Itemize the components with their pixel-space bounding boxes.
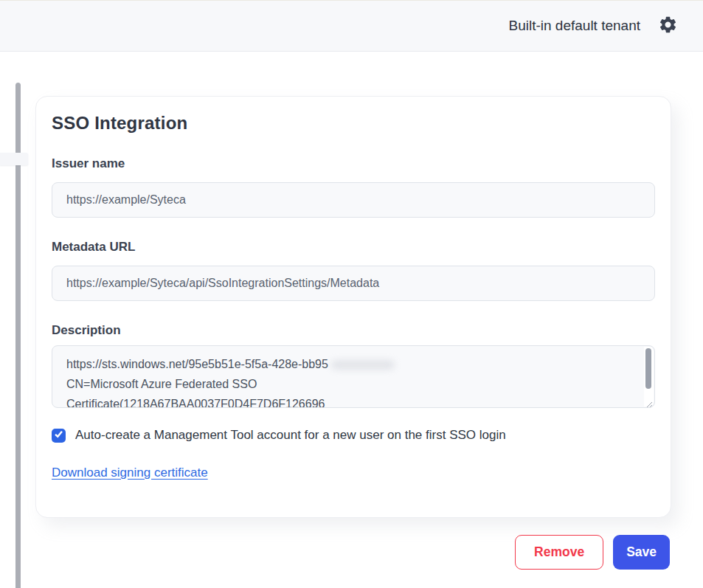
- topbar: Built-in default tenant: [0, 0, 703, 52]
- issuer-name-label: Issuer name: [52, 156, 655, 171]
- download-certificate-link[interactable]: Download signing certificate: [52, 466, 208, 480]
- auto-create-label[interactable]: Auto-create a Management Tool account fo…: [75, 428, 506, 443]
- description-text: https://sts.windows.net/95e5b51e-5f5a-42…: [52, 346, 654, 408]
- textarea-resize-handle[interactable]: [645, 398, 653, 406]
- remove-button[interactable]: Remove: [515, 535, 603, 570]
- issuer-name-input[interactable]: [52, 182, 655, 218]
- metadata-url-label: Metadata URL: [52, 240, 655, 255]
- auto-create-checkbox[interactable]: [52, 429, 66, 443]
- settings-button[interactable]: [657, 15, 679, 37]
- textarea-scrollbar-track[interactable]: [644, 347, 654, 407]
- page-title: SSO Integration: [52, 113, 655, 134]
- metadata-url-input[interactable]: [52, 266, 655, 301]
- description-textarea[interactable]: https://sts.windows.net/95e5b51e-5f5a-42…: [52, 345, 655, 408]
- actions-row: Remove Save: [515, 535, 670, 570]
- left-edge-band: [0, 153, 28, 165]
- description-label: Description: [52, 323, 655, 338]
- redacted-blur: [331, 360, 395, 370]
- sso-integration-card: SSO Integration Issuer name Metadata URL…: [35, 96, 671, 518]
- textarea-scrollbar-thumb[interactable]: [645, 348, 651, 389]
- tenant-name-label: Built-in default tenant: [508, 18, 640, 34]
- save-button[interactable]: Save: [613, 535, 670, 570]
- checkmark-icon: [54, 429, 63, 442]
- auto-create-row: Auto-create a Management Tool account fo…: [52, 427, 655, 443]
- gear-icon: [658, 15, 678, 37]
